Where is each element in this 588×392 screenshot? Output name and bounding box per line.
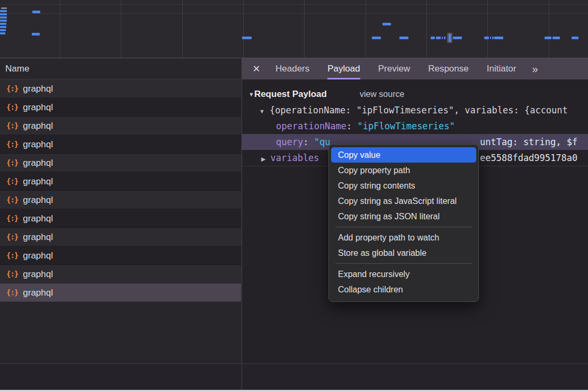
overview-grey-bar <box>1 7 7 9</box>
tab-payload[interactable]: Payload <box>327 58 360 79</box>
overview-gridline <box>0 13 588 14</box>
context-menu-item-add-property-path-to-watch[interactable]: Add property path to watch <box>331 230 476 245</box>
close-icon[interactable]: ✕ <box>251 58 262 79</box>
request-name: graphql <box>23 228 53 246</box>
network-request-row[interactable]: {:}graphql <box>0 98 241 117</box>
property-key: variables <box>270 153 319 163</box>
overview-request-bar <box>553 37 560 39</box>
network-request-row[interactable]: {:}graphql <box>0 117 241 135</box>
overview-gridline <box>304 0 305 58</box>
context-menu-item-expand-recursively[interactable]: Expand recursively <box>331 266 476 282</box>
network-request-row[interactable]: {:}graphql <box>0 79 241 98</box>
context-menu-separator <box>335 227 472 227</box>
request-name: graphql <box>23 154 53 172</box>
context-menu-item-copy-string-contents[interactable]: Copy string contents <box>331 178 476 193</box>
network-rows: {:}graphql{:}graphql{:}graphql{:}graphql… <box>0 79 241 302</box>
clipped-value-fragment: untTag: string, $f <box>480 134 577 150</box>
json-braces-icon: {:} <box>6 117 18 135</box>
overview-request-bar <box>431 37 435 39</box>
overview-request-bar <box>494 37 503 39</box>
tab-preview[interactable]: Preview <box>378 58 410 79</box>
context-menu: Copy valueCopy property pathCopy string … <box>328 144 479 302</box>
key-separator: : <box>346 121 357 131</box>
panel-divider <box>242 364 242 390</box>
tab-headers[interactable]: Headers <box>275 58 309 79</box>
network-request-row[interactable]: {:}graphql <box>0 154 241 172</box>
overview-request-bar <box>0 13 7 15</box>
request-name: graphql <box>23 172 53 191</box>
status-footer <box>0 363 588 390</box>
overview-selected-marker <box>447 33 452 43</box>
overview-request-bar <box>372 37 381 39</box>
overview-request-bar <box>399 37 408 39</box>
network-request-row[interactable]: {:}graphql <box>0 246 241 265</box>
request-name: graphql <box>23 98 53 117</box>
overview-request-bar <box>545 37 551 39</box>
context-menu-item-copy-property-path[interactable]: Copy property path <box>331 163 476 178</box>
overview-request-bar <box>382 23 391 25</box>
devtools-window: Name {:}graphql{:}graphql{:}graphql{:}gr… <box>0 0 588 392</box>
overview-request-bar <box>32 33 40 35</box>
network-request-row[interactable]: {:}graphql <box>0 135 241 154</box>
context-menu-item-copy-string-as-json-literal[interactable]: Copy string as JSON literal <box>331 209 476 224</box>
overview-request-bar <box>484 37 489 39</box>
tab-response[interactable]: Response <box>428 58 469 79</box>
disclosure-triangle-icon[interactable]: ▼ <box>248 91 254 97</box>
network-request-row[interactable]: {:}graphql <box>0 283 241 302</box>
payload-tree-row[interactable]: ▼{operationName: "ipFlowTimeseries", var… <box>242 102 588 118</box>
tab-initiator[interactable]: Initiator <box>487 58 516 79</box>
overview-request-bar <box>0 32 5 34</box>
clipped-value-fragment: ee5588fdad995178a0 <box>480 150 577 166</box>
network-request-row[interactable]: {:}graphql <box>0 228 241 246</box>
request-name: graphql <box>23 191 53 209</box>
overview-request-bar <box>490 37 491 39</box>
overview-gridline <box>366 0 366 58</box>
details-tab-bar: ✕ HeadersPayloadPreviewResponseInitiator… <box>242 58 588 79</box>
json-braces-icon: {:} <box>6 228 18 246</box>
json-braces-icon: {:} <box>6 265 18 283</box>
overview-gridline <box>121 0 121 58</box>
network-overview-strip[interactable] <box>0 0 588 58</box>
network-request-row[interactable]: {:}graphql <box>0 172 241 191</box>
payload-tree-row[interactable]: operationName: "ipFlowTimeseries" <box>242 118 588 134</box>
property-value: "ipFlowTimeseries" <box>358 121 455 131</box>
request-name: graphql <box>23 246 53 265</box>
context-menu-item-copy-value[interactable]: Copy value <box>331 147 476 163</box>
disclosure-triangle-icon[interactable]: ▶ <box>261 156 265 162</box>
json-braces-icon: {:} <box>6 135 18 154</box>
property-key: operationName <box>276 121 346 131</box>
overview-request-bar <box>32 11 40 13</box>
overview-request-bar <box>242 37 252 39</box>
network-request-row[interactable]: {:}graphql <box>0 265 241 283</box>
context-menu-item-store-as-global-variable[interactable]: Store as global variable <box>331 245 476 261</box>
request-name: graphql <box>23 135 53 154</box>
request-name: graphql <box>23 79 53 98</box>
view-source-link[interactable]: view source <box>360 90 404 99</box>
context-menu-separator <box>335 263 472 264</box>
overview-gridline <box>487 0 488 58</box>
request-name: graphql <box>23 265 53 283</box>
overview-request-bar <box>0 16 7 19</box>
overview-request-bar <box>444 37 446 39</box>
network-request-list: Name {:}graphql{:}graphql{:}graphql{:}gr… <box>0 58 241 363</box>
json-braces-icon: {:} <box>6 98 18 117</box>
name-column-header[interactable]: Name <box>0 58 241 79</box>
network-request-row[interactable]: {:}graphql <box>0 191 241 209</box>
overview-gridline <box>426 0 427 58</box>
overview-request-bar <box>0 23 6 25</box>
overview-selected-marker-bar <box>449 34 451 42</box>
overview-request-bar <box>0 29 6 31</box>
json-braces-icon: {:} <box>6 154 18 172</box>
request-payload-title: Request Payload <box>254 89 327 100</box>
key-separator: : <box>303 137 314 147</box>
name-column-label: Name <box>5 64 29 74</box>
disclosure-triangle-icon[interactable]: ▼ <box>259 108 265 114</box>
more-tabs-icon[interactable]: » <box>532 58 537 79</box>
context-menu-item-collapse-children[interactable]: Collapse children <box>331 282 476 297</box>
overview-request-bar <box>0 26 6 28</box>
context-menu-item-copy-string-as-javascript-literal[interactable]: Copy string as JavaScript literal <box>331 193 476 209</box>
json-braces-icon: {:} <box>6 172 18 191</box>
overview-request-bar <box>492 37 494 39</box>
network-request-row[interactable]: {:}graphql <box>0 209 241 228</box>
json-braces-icon: {:} <box>6 209 18 228</box>
